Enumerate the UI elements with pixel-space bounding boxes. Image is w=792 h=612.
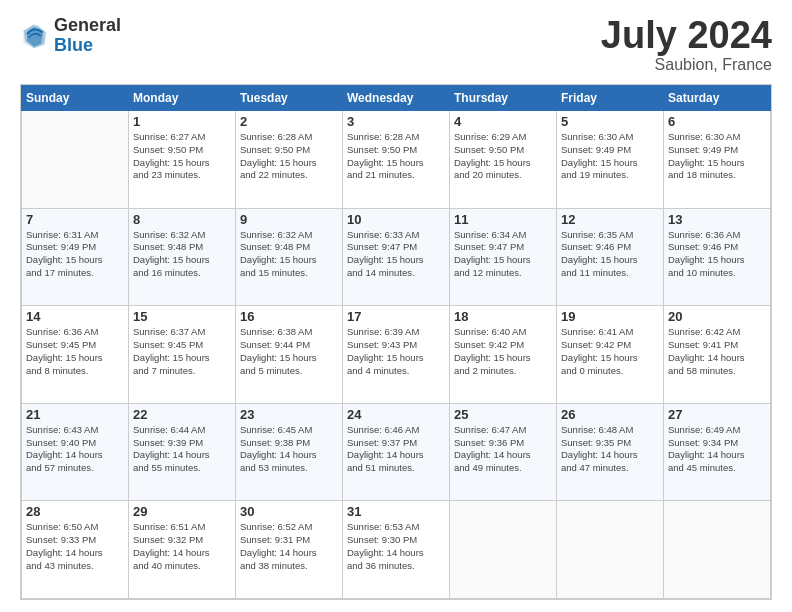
weekday-header-saturday: Saturday (664, 86, 771, 111)
calendar-cell: 29Sunrise: 6:51 AM Sunset: 9:32 PM Dayli… (129, 501, 236, 599)
day-number: 11 (454, 212, 552, 227)
calendar-cell (557, 501, 664, 599)
calendar-cell: 30Sunrise: 6:52 AM Sunset: 9:31 PM Dayli… (236, 501, 343, 599)
calendar-cell: 20Sunrise: 6:42 AM Sunset: 9:41 PM Dayli… (664, 306, 771, 404)
calendar-cell: 18Sunrise: 6:40 AM Sunset: 9:42 PM Dayli… (450, 306, 557, 404)
day-info: Sunrise: 6:30 AM Sunset: 9:49 PM Dayligh… (561, 131, 659, 182)
day-number: 17 (347, 309, 445, 324)
calendar-cell: 24Sunrise: 6:46 AM Sunset: 9:37 PM Dayli… (343, 403, 450, 501)
day-info: Sunrise: 6:41 AM Sunset: 9:42 PM Dayligh… (561, 326, 659, 377)
day-number: 4 (454, 114, 552, 129)
calendar-cell: 16Sunrise: 6:38 AM Sunset: 9:44 PM Dayli… (236, 306, 343, 404)
calendar-cell: 6Sunrise: 6:30 AM Sunset: 9:49 PM Daylig… (664, 111, 771, 209)
calendar-cell: 1Sunrise: 6:27 AM Sunset: 9:50 PM Daylig… (129, 111, 236, 209)
day-number: 1 (133, 114, 231, 129)
calendar-cell: 23Sunrise: 6:45 AM Sunset: 9:38 PM Dayli… (236, 403, 343, 501)
weekday-header-sunday: Sunday (22, 86, 129, 111)
calendar-cell: 13Sunrise: 6:36 AM Sunset: 9:46 PM Dayli… (664, 208, 771, 306)
day-info: Sunrise: 6:50 AM Sunset: 9:33 PM Dayligh… (26, 521, 124, 572)
day-number: 10 (347, 212, 445, 227)
day-info: Sunrise: 6:32 AM Sunset: 9:48 PM Dayligh… (133, 229, 231, 280)
day-number: 24 (347, 407, 445, 422)
calendar-cell: 12Sunrise: 6:35 AM Sunset: 9:46 PM Dayli… (557, 208, 664, 306)
day-info: Sunrise: 6:52 AM Sunset: 9:31 PM Dayligh… (240, 521, 338, 572)
day-info: Sunrise: 6:27 AM Sunset: 9:50 PM Dayligh… (133, 131, 231, 182)
day-info: Sunrise: 6:47 AM Sunset: 9:36 PM Dayligh… (454, 424, 552, 475)
day-number: 27 (668, 407, 766, 422)
day-info: Sunrise: 6:46 AM Sunset: 9:37 PM Dayligh… (347, 424, 445, 475)
logo-icon (20, 22, 48, 50)
day-number: 26 (561, 407, 659, 422)
weekday-header-thursday: Thursday (450, 86, 557, 111)
calendar-cell: 8Sunrise: 6:32 AM Sunset: 9:48 PM Daylig… (129, 208, 236, 306)
calendar-cell (450, 501, 557, 599)
calendar-cell: 10Sunrise: 6:33 AM Sunset: 9:47 PM Dayli… (343, 208, 450, 306)
day-number: 6 (668, 114, 766, 129)
calendar-cell: 25Sunrise: 6:47 AM Sunset: 9:36 PM Dayli… (450, 403, 557, 501)
day-number: 7 (26, 212, 124, 227)
calendar-cell: 19Sunrise: 6:41 AM Sunset: 9:42 PM Dayli… (557, 306, 664, 404)
logo-general-text: General (54, 15, 121, 35)
calendar: SundayMondayTuesdayWednesdayThursdayFrid… (20, 84, 772, 600)
day-number: 5 (561, 114, 659, 129)
day-number: 22 (133, 407, 231, 422)
day-info: Sunrise: 6:53 AM Sunset: 9:30 PM Dayligh… (347, 521, 445, 572)
calendar-cell: 5Sunrise: 6:30 AM Sunset: 9:49 PM Daylig… (557, 111, 664, 209)
day-number: 16 (240, 309, 338, 324)
title-block: July 2024 Saubion, France (601, 16, 772, 74)
day-number: 30 (240, 504, 338, 519)
day-info: Sunrise: 6:32 AM Sunset: 9:48 PM Dayligh… (240, 229, 338, 280)
calendar-cell: 22Sunrise: 6:44 AM Sunset: 9:39 PM Dayli… (129, 403, 236, 501)
day-number: 31 (347, 504, 445, 519)
calendar-cell: 3Sunrise: 6:28 AM Sunset: 9:50 PM Daylig… (343, 111, 450, 209)
day-number: 28 (26, 504, 124, 519)
logo-blue-text: Blue (54, 35, 93, 55)
day-info: Sunrise: 6:48 AM Sunset: 9:35 PM Dayligh… (561, 424, 659, 475)
logo-text: General Blue (54, 16, 121, 56)
day-number: 12 (561, 212, 659, 227)
day-info: Sunrise: 6:36 AM Sunset: 9:45 PM Dayligh… (26, 326, 124, 377)
calendar-cell: 21Sunrise: 6:43 AM Sunset: 9:40 PM Dayli… (22, 403, 129, 501)
calendar-cell: 9Sunrise: 6:32 AM Sunset: 9:48 PM Daylig… (236, 208, 343, 306)
day-number: 15 (133, 309, 231, 324)
day-number: 14 (26, 309, 124, 324)
day-info: Sunrise: 6:51 AM Sunset: 9:32 PM Dayligh… (133, 521, 231, 572)
calendar-week-row: 21Sunrise: 6:43 AM Sunset: 9:40 PM Dayli… (22, 403, 771, 501)
calendar-cell: 28Sunrise: 6:50 AM Sunset: 9:33 PM Dayli… (22, 501, 129, 599)
weekday-header-row: SundayMondayTuesdayWednesdayThursdayFrid… (22, 86, 771, 111)
calendar-cell: 14Sunrise: 6:36 AM Sunset: 9:45 PM Dayli… (22, 306, 129, 404)
day-info: Sunrise: 6:38 AM Sunset: 9:44 PM Dayligh… (240, 326, 338, 377)
main-title: July 2024 (601, 16, 772, 54)
day-info: Sunrise: 6:35 AM Sunset: 9:46 PM Dayligh… (561, 229, 659, 280)
day-number: 23 (240, 407, 338, 422)
day-info: Sunrise: 6:40 AM Sunset: 9:42 PM Dayligh… (454, 326, 552, 377)
subtitle: Saubion, France (601, 56, 772, 74)
day-number: 3 (347, 114, 445, 129)
calendar-cell: 11Sunrise: 6:34 AM Sunset: 9:47 PM Dayli… (450, 208, 557, 306)
day-number: 18 (454, 309, 552, 324)
day-info: Sunrise: 6:42 AM Sunset: 9:41 PM Dayligh… (668, 326, 766, 377)
day-info: Sunrise: 6:31 AM Sunset: 9:49 PM Dayligh… (26, 229, 124, 280)
day-number: 29 (133, 504, 231, 519)
day-number: 9 (240, 212, 338, 227)
day-number: 8 (133, 212, 231, 227)
header: General Blue July 2024 Saubion, France (20, 16, 772, 74)
day-info: Sunrise: 6:28 AM Sunset: 9:50 PM Dayligh… (240, 131, 338, 182)
calendar-cell: 15Sunrise: 6:37 AM Sunset: 9:45 PM Dayli… (129, 306, 236, 404)
day-info: Sunrise: 6:30 AM Sunset: 9:49 PM Dayligh… (668, 131, 766, 182)
day-info: Sunrise: 6:33 AM Sunset: 9:47 PM Dayligh… (347, 229, 445, 280)
calendar-cell: 17Sunrise: 6:39 AM Sunset: 9:43 PM Dayli… (343, 306, 450, 404)
calendar-cell: 2Sunrise: 6:28 AM Sunset: 9:50 PM Daylig… (236, 111, 343, 209)
day-info: Sunrise: 6:29 AM Sunset: 9:50 PM Dayligh… (454, 131, 552, 182)
weekday-header-wednesday: Wednesday (343, 86, 450, 111)
day-number: 2 (240, 114, 338, 129)
calendar-cell (22, 111, 129, 209)
day-info: Sunrise: 6:28 AM Sunset: 9:50 PM Dayligh… (347, 131, 445, 182)
calendar-table: SundayMondayTuesdayWednesdayThursdayFrid… (21, 85, 771, 599)
day-info: Sunrise: 6:43 AM Sunset: 9:40 PM Dayligh… (26, 424, 124, 475)
calendar-cell: 4Sunrise: 6:29 AM Sunset: 9:50 PM Daylig… (450, 111, 557, 209)
calendar-cell: 26Sunrise: 6:48 AM Sunset: 9:35 PM Dayli… (557, 403, 664, 501)
day-info: Sunrise: 6:37 AM Sunset: 9:45 PM Dayligh… (133, 326, 231, 377)
day-info: Sunrise: 6:34 AM Sunset: 9:47 PM Dayligh… (454, 229, 552, 280)
day-info: Sunrise: 6:39 AM Sunset: 9:43 PM Dayligh… (347, 326, 445, 377)
